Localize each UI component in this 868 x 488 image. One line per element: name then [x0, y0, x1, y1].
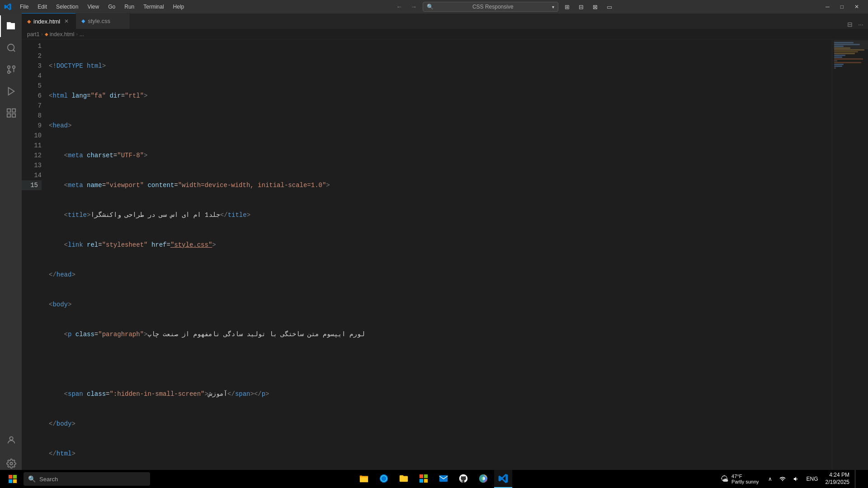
titlebar: File Edit Selection View Go Run Terminal…	[0, 0, 868, 14]
taskbar-app-edge[interactable]	[375, 470, 393, 488]
weather-widget[interactable]: 🌤 47°F Partly sunny	[717, 474, 763, 484]
taskbar-app-file-manager[interactable]	[395, 470, 413, 488]
breadcrumb-sep2: ›	[76, 32, 77, 37]
svg-marker-5	[9, 88, 14, 95]
minimap-overview-ruler	[834, 40, 868, 49]
lang-text: ENG	[807, 476, 818, 482]
taskbar: 🔍 Search	[0, 470, 868, 488]
layout-toggle-3[interactable]: ⊠	[590, 3, 600, 11]
taskbar-clock: 4:24 PM 2/19/2025	[826, 472, 849, 486]
close-button[interactable]: ✕	[849, 0, 864, 14]
split-editor-button[interactable]: ⊟	[845, 20, 854, 29]
clock[interactable]: 4:24 PM 2/19/2025	[824, 470, 851, 488]
svg-line-1	[13, 50, 15, 52]
minimap	[832, 39, 868, 478]
svg-rect-6	[7, 109, 10, 112]
svg-rect-20	[420, 479, 423, 483]
breadcrumb-part1[interactable]: part1	[27, 31, 39, 38]
extensions-icon[interactable]	[0, 102, 22, 124]
weather-temp: 47°F	[731, 474, 759, 479]
code-line-8: </head>	[49, 270, 832, 280]
menu-run[interactable]: Run	[120, 0, 139, 14]
taskbar-app-github[interactable]	[454, 470, 472, 488]
more-actions-button[interactable]: ···	[856, 20, 865, 29]
weather-icon: 🌤	[721, 474, 729, 484]
taskbar-app-vscode[interactable]	[494, 470, 512, 488]
vscode-logo	[4, 3, 12, 11]
search-sidebar-icon[interactable]	[0, 37, 22, 59]
code-content[interactable]: <!DOCTYPE html> <html lang="fa" dir="rtl…	[45, 39, 832, 478]
source-control-icon[interactable]	[0, 59, 22, 80]
code-line-11	[49, 359, 832, 369]
css-file-icon: ◆	[81, 18, 85, 24]
taskbar-app-mail[interactable]	[434, 470, 453, 488]
code-line-2: <html lang="fa" dir="rtl">	[49, 91, 832, 101]
window-controls: ─ □ ✕	[820, 0, 864, 14]
show-desktop-button[interactable]	[855, 470, 861, 488]
svg-rect-14	[9, 479, 12, 483]
svg-point-3	[13, 66, 15, 69]
account-icon[interactable]	[0, 429, 22, 451]
code-editor[interactable]: 12345 678910 1112131415 <!DOCTYPE html> …	[22, 39, 868, 478]
breadcrumb-part2[interactable]: ◆ index.html	[45, 31, 75, 38]
menu-selection[interactable]: Selection	[52, 0, 83, 14]
menu-help[interactable]: Help	[169, 0, 189, 14]
layout-icon: ▾	[552, 5, 554, 9]
menu-terminal[interactable]: Terminal	[139, 0, 168, 14]
titlebar-center: ← → 🔍 CSS Responsive ▾ ⊞ ⊟ ⊠ ▭	[394, 2, 615, 12]
svg-point-0	[8, 44, 14, 51]
tab-index-html[interactable]: ◆ index.html ✕	[22, 13, 76, 29]
code-line-3: <head>	[49, 121, 832, 131]
layout-toggle-4[interactable]: ▭	[604, 3, 615, 11]
layout-toggle-1[interactable]: ⊞	[562, 3, 572, 11]
network-icon[interactable]	[778, 470, 788, 488]
svg-rect-19	[424, 474, 428, 478]
taskbar-app-store[interactable]	[415, 470, 433, 488]
lang-indicator[interactable]: ENG	[805, 470, 820, 488]
svg-point-11	[10, 462, 13, 465]
volume-icon[interactable]	[791, 470, 801, 488]
breadcrumb-part3[interactable]: ...	[80, 31, 84, 38]
breadcrumb: part1 › ◆ index.html › ...	[22, 29, 868, 39]
command-palette[interactable]: 🔍 CSS Responsive ▾	[423, 2, 558, 12]
start-button[interactable]	[4, 470, 22, 488]
svg-rect-9	[12, 114, 15, 117]
svg-rect-15	[13, 479, 17, 483]
taskbar-search-text: Search	[39, 476, 58, 483]
layout-toggle-2[interactable]: ⊟	[576, 3, 586, 11]
titlebar-left: File Edit Selection View Go Run Terminal…	[4, 0, 189, 14]
maximize-button[interactable]: □	[835, 0, 849, 14]
code-line-6: <title>جلد1 ام ای اس سی در طراحی واکنشگر…	[49, 210, 832, 220]
taskbar-search-icon: 🔍	[28, 475, 36, 483]
weather-desc: Partly sunny	[731, 479, 759, 484]
clock-time: 4:24 PM	[829, 472, 849, 479]
menu-view[interactable]: View	[83, 0, 104, 14]
code-line-4: <meta charset="UTF-8">	[49, 150, 832, 160]
code-line-5: <meta name="viewport" content="width=dev…	[49, 180, 832, 190]
activity-bar	[0, 14, 22, 478]
tab-close-button[interactable]: ✕	[63, 18, 70, 25]
svg-rect-21	[424, 479, 428, 483]
nav-forward-button[interactable]: →	[408, 2, 419, 11]
svg-rect-22	[439, 475, 448, 482]
explorer-icon[interactable]	[0, 15, 22, 37]
menu-go[interactable]: Go	[104, 0, 120, 14]
svg-point-2	[8, 66, 10, 69]
titlebar-layout-buttons: ⊞ ⊟ ⊠ ▭	[562, 3, 615, 11]
taskbar-app-chrome[interactable]	[474, 470, 492, 488]
menu-file[interactable]: File	[15, 0, 33, 14]
taskbar-app-file-explorer[interactable]	[355, 470, 373, 488]
code-line-10: <p class="paraghraph">لورم ایپسوم متن سا…	[49, 329, 832, 339]
minimize-button[interactable]: ─	[820, 0, 835, 14]
run-debug-icon[interactable]	[0, 80, 22, 102]
taskbar-search[interactable]: 🔍 Search	[24, 472, 150, 486]
menu-edit[interactable]: Edit	[33, 0, 52, 14]
tab-style-css[interactable]: ◆ style.css	[76, 13, 130, 29]
svg-rect-12	[9, 475, 12, 479]
system-tray-up[interactable]: ∧	[766, 470, 774, 488]
nav-back-button[interactable]: ←	[394, 2, 405, 11]
tabs-bar: ◆ index.html ✕ ◆ style.css ⊟ ···	[22, 14, 868, 29]
svg-rect-8	[7, 114, 10, 117]
titlebar-menu: File Edit Selection View Go Run Terminal…	[15, 0, 189, 14]
tabs-bar-right: ⊟ ···	[843, 20, 868, 29]
